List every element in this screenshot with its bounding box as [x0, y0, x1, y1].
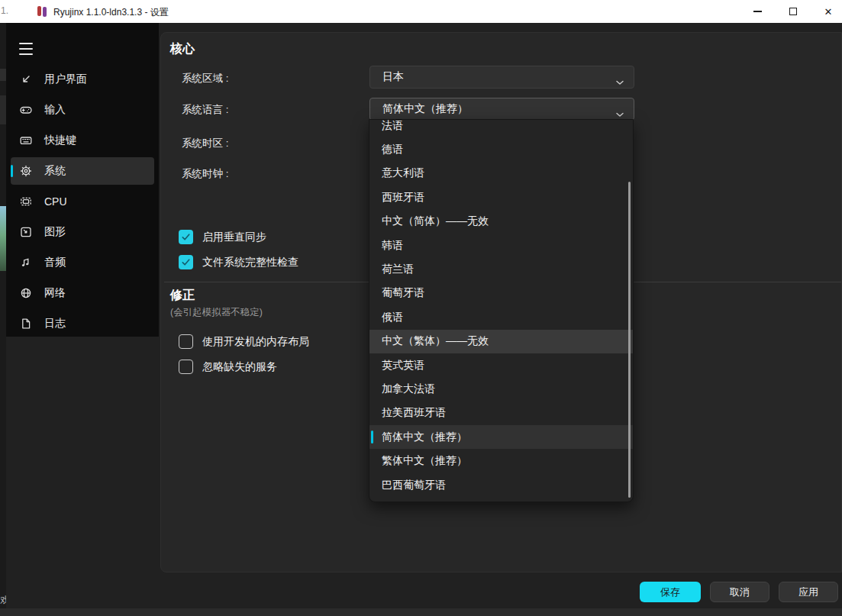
language-option-label: 荷兰语: [382, 263, 414, 276]
language-option-label: 中文（繁体）——无效: [382, 334, 489, 348]
settings-window: 1. Ryujinx 1.1.0-ldn3.1.3 - 设置 ✕ 戏 用户界面 …: [0, 0, 842, 616]
language-option[interactable]: 中文（简体）——无效: [369, 210, 633, 234]
language-option[interactable]: 德语: [369, 137, 633, 161]
language-popup-list: 法语德语意大利语西班牙语中文（简体）——无效韩语荷兰语葡萄牙语俄语中文（繁体）—…: [369, 119, 633, 497]
language-option[interactable]: 巴西葡萄牙语: [369, 473, 633, 497]
ignore-services-checkbox-row[interactable]: 忽略缺失的服务: [179, 360, 277, 374]
pointer-arrow-icon: [19, 73, 33, 86]
system-region-dropdown[interactable]: 日本: [369, 66, 634, 89]
image-icon: [19, 225, 33, 239]
devkit-memory-checkbox-row[interactable]: 使用开发机的内存布局: [179, 334, 309, 349]
language-option-label: 葡萄牙语: [382, 286, 424, 300]
sidebar-item-graphics[interactable]: 图形: [11, 218, 154, 246]
sidebar-item-audio[interactable]: 音频: [11, 249, 154, 276]
sidebar-item-system[interactable]: 系统: [11, 157, 154, 185]
sidebar-item-hotkeys[interactable]: 快捷键: [11, 127, 154, 154]
language-option[interactable]: 英式英语: [369, 353, 633, 377]
maximize-icon: [789, 8, 797, 15]
sidebar-item-logging[interactable]: 日志: [11, 310, 154, 337]
ryujinx-logo-icon: [37, 5, 49, 18]
chevron-down-icon: [615, 75, 624, 89]
selected-indicator: [11, 165, 13, 177]
minimize-button[interactable]: [744, 0, 770, 23]
save-button[interactable]: 保存: [640, 582, 701, 602]
checkbox-unchecked-icon[interactable]: [179, 360, 193, 374]
system-clock-label: 系统时钟 :: [182, 167, 229, 181]
language-option-label: 德语: [382, 143, 403, 156]
language-option-label: 西班牙语: [382, 191, 424, 205]
titlebar: 1. Ryujinx 1.1.0-ldn3.1.3 - 设置 ✕: [0, 0, 842, 23]
language-option[interactable]: 加拿大法语: [369, 377, 633, 401]
close-icon: ✕: [824, 7, 833, 17]
system-language-label: 系统语言 :: [182, 103, 229, 117]
language-option[interactable]: 繁体中文（推荐）: [369, 449, 633, 472]
background-window-statusbar-peek: [0, 608, 842, 616]
apply-button[interactable]: 应用: [779, 582, 838, 602]
cancel-button[interactable]: 取消: [710, 582, 769, 602]
language-option[interactable]: 拉美西班牙语: [369, 402, 633, 425]
language-option-label: 韩语: [382, 239, 403, 253]
menu-toggle-button[interactable]: [19, 43, 34, 55]
language-option[interactable]: 西班牙语: [369, 185, 633, 209]
settings-sidebar: 用户界面 输入 快捷键 系统 CPU: [6, 23, 159, 337]
language-option[interactable]: 中文（繁体）——无效: [369, 330, 633, 353]
language-option[interactable]: 简体中文（推荐）: [369, 425, 633, 449]
checkbox-checked-icon[interactable]: [179, 230, 193, 244]
language-option[interactable]: 意大利语: [369, 162, 633, 185]
language-option-label: 繁体中文（推荐）: [382, 454, 467, 468]
checkbox-checked-icon[interactable]: [179, 255, 193, 269]
gamepad-icon: [19, 103, 33, 117]
sidebar-item-network[interactable]: 网络: [11, 279, 154, 307]
background-window-text-peek: 戏: [0, 594, 6, 607]
vsync-checkbox-row[interactable]: 启用垂直同步: [179, 230, 266, 244]
maximize-button[interactable]: [780, 0, 806, 23]
globe-icon: [19, 286, 33, 300]
game-thumbnail: [0, 206, 6, 271]
minimize-icon: [753, 11, 762, 12]
popup-scrollbar-thumb[interactable]: [628, 182, 631, 498]
keyboard-icon: [19, 134, 33, 147]
background-window-edge: 戏: [0, 23, 6, 616]
language-option[interactable]: 荷兰语: [369, 257, 633, 281]
selected-indicator: [371, 431, 373, 443]
sidebar-item-user-interface[interactable]: 用户界面: [11, 66, 154, 93]
language-option-label: 意大利语: [382, 166, 424, 180]
language-option-label: 俄语: [382, 311, 403, 324]
language-option-label: 法语: [382, 119, 403, 133]
close-button[interactable]: ✕: [815, 0, 841, 23]
language-option-label: 巴西葡萄牙语: [382, 479, 446, 492]
language-dropdown-popup: 法语德语意大利语西班牙语中文（简体）——无效韩语荷兰语葡萄牙语俄语中文（繁体）—…: [369, 119, 634, 502]
music-note-icon: [19, 256, 33, 269]
language-option[interactable]: 法语: [369, 119, 633, 137]
system-timezone-label: 系统时区 :: [182, 137, 229, 150]
background-window-title-peek: 1.: [1, 5, 8, 16]
language-option-label: 拉美西班牙语: [382, 406, 446, 420]
sidebar-item-input[interactable]: 输入: [11, 96, 154, 124]
gear-icon: [19, 164, 33, 178]
core-section-heading: 核心: [170, 41, 195, 57]
language-option-label: 中文（简体）——无效: [382, 214, 489, 228]
system-region-label: 系统区域 :: [182, 72, 229, 85]
hacks-warning-text: (会引起模拟器不稳定): [170, 306, 263, 319]
file-icon: [19, 317, 33, 331]
language-option-label: 英式英语: [382, 359, 424, 373]
language-option-label: 简体中文（推荐）: [382, 431, 467, 444]
language-option-label: 加拿大法语: [382, 382, 435, 396]
language-option[interactable]: 韩语: [369, 234, 633, 257]
checkbox-unchecked-icon[interactable]: [179, 334, 193, 349]
language-option[interactable]: 俄语: [369, 305, 633, 329]
language-option[interactable]: 葡萄牙语: [369, 282, 633, 305]
hacks-section-heading: 修正: [170, 288, 195, 304]
sidebar-item-cpu[interactable]: CPU: [11, 188, 154, 215]
fs-integrity-checkbox-row[interactable]: 文件系统完整性检查: [179, 255, 298, 269]
system-language-dropdown[interactable]: 简体中文（推荐）: [369, 98, 634, 121]
window-title: Ryujinx 1.1.0-ldn3.1.3 - 设置: [53, 6, 169, 19]
cpu-chip-icon: [19, 195, 33, 208]
